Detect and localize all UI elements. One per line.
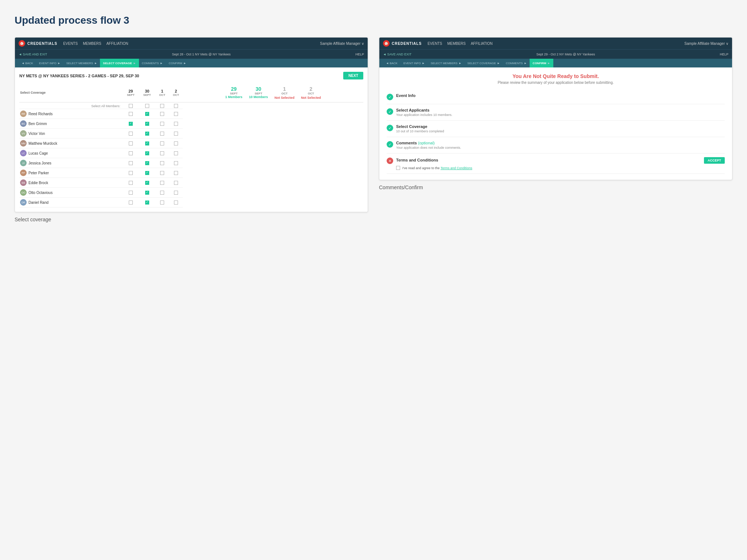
member-1-date-1-checkbox[interactable] xyxy=(145,122,149,126)
select-coverage-label: Select Coverage xyxy=(20,91,46,94)
member-name: Jessica Jones xyxy=(28,161,51,165)
member-name-cell: LC Lucas Cage xyxy=(20,150,122,156)
left-nav-members[interactable]: MEMBERS xyxy=(83,42,101,46)
left-nav-events[interactable]: EVENTS xyxy=(63,42,78,46)
select-all-30sep[interactable] xyxy=(145,104,149,108)
member-9-date-1-checkbox[interactable] xyxy=(145,201,149,205)
table-row: BG Ben Grimm xyxy=(19,119,363,129)
left-step-comments[interactable]: COMMENTS ► xyxy=(139,59,166,67)
left-step-event-info[interactable]: EVENT INFO ► xyxy=(36,59,63,67)
right-logo-text: CREDENTIALS xyxy=(392,42,422,46)
avatar: PP xyxy=(20,170,27,176)
member-3-date-2-checkbox[interactable] xyxy=(160,141,164,145)
member-3-date-1-checkbox[interactable] xyxy=(145,141,149,145)
select-all-label: Select All Members: xyxy=(19,102,123,109)
next-button[interactable]: NEXT xyxy=(343,72,363,79)
right-nav-events[interactable]: EVENTS xyxy=(427,42,442,46)
page-title: Updated process flow 3 xyxy=(15,15,732,26)
member-7-date-1-checkbox[interactable] xyxy=(145,181,149,185)
member-9-date-3-checkbox[interactable] xyxy=(174,201,178,205)
member-6-date-2-checkbox[interactable] xyxy=(160,171,164,175)
left-step-select-members[interactable]: SELECT MEMBERS ► xyxy=(63,59,100,67)
member-5-date-2-checkbox[interactable] xyxy=(160,161,164,165)
member-1-date-0-checkbox[interactable] xyxy=(129,122,133,126)
terms-checkbox[interactable] xyxy=(396,166,400,170)
member-4-date-0-checkbox[interactable] xyxy=(129,151,133,155)
review-icon-select-coverage: ✓ xyxy=(387,125,393,131)
member-0-date-2-checkbox[interactable] xyxy=(160,112,164,116)
member-8-date-3-checkbox[interactable] xyxy=(174,191,178,195)
right-logo-icon: ⚾ xyxy=(383,40,390,47)
member-3-date-0-checkbox[interactable] xyxy=(129,141,133,145)
member-7-date-3-checkbox[interactable] xyxy=(174,181,178,185)
member-2-date-0-checkbox[interactable] xyxy=(129,132,133,136)
member-7-date-2-checkbox[interactable] xyxy=(160,181,164,185)
right-save-exit[interactable]: ◄ SAVE AND EXIT xyxy=(383,52,411,56)
select-all-2oct[interactable] xyxy=(174,104,178,108)
select-all-29sep[interactable] xyxy=(129,104,133,108)
review-desc-select-coverage: 10 out of 10 members completed xyxy=(396,129,725,133)
right-nav-user[interactable]: Sample Affiliate Manager ∨ xyxy=(684,42,728,46)
right-step-back[interactable]: ◄ BACK xyxy=(383,59,400,67)
review-title-terms: Terms and Conditions xyxy=(396,158,438,162)
left-step-select-coverage[interactable]: SELECT COVERAGE ► xyxy=(100,59,139,67)
left-nav-user[interactable]: Sample Affiliate Manager ∨ xyxy=(320,42,364,46)
right-nav-affiliation[interactable]: AFFILIATION xyxy=(471,42,493,46)
select-all-1oct[interactable] xyxy=(160,104,164,108)
member-7-date-0-checkbox[interactable] xyxy=(129,181,133,185)
member-0-date-0-checkbox[interactable] xyxy=(129,112,133,116)
accept-button[interactable]: ACCEPT xyxy=(704,157,725,164)
member-1-date-2-checkbox[interactable] xyxy=(160,122,164,126)
left-logo-icon: ⚾ xyxy=(19,40,25,47)
member-5-date-0-checkbox[interactable] xyxy=(129,161,133,165)
member-0-date-1-checkbox[interactable] xyxy=(145,112,149,116)
right-chevron-1: ► xyxy=(422,62,425,65)
right-event-range: Sept 29 - Oct 2 NY Mets @ NY Yankees xyxy=(411,52,720,56)
member-2-date-3-checkbox[interactable] xyxy=(174,132,178,136)
right-caption: Comments/Confirm xyxy=(379,184,732,190)
right-step-select-members[interactable]: SELECT MEMBERS ► xyxy=(428,59,465,67)
member-2-date-2-checkbox[interactable] xyxy=(160,132,164,136)
table-row: RR Reed Richards xyxy=(19,109,363,119)
member-9-date-2-checkbox[interactable] xyxy=(160,201,164,205)
member-name-cell: OO Otto Octavious xyxy=(20,189,122,196)
member-8-date-0-checkbox[interactable] xyxy=(129,191,133,195)
right-chevron-4: ► xyxy=(524,62,527,65)
right-step-nav: ◄ BACK EVENT INFO ► SELECT MEMBERS ► SEL… xyxy=(379,59,732,67)
review-body-terms: Terms and Conditions ACCEPT I've read an… xyxy=(396,157,725,170)
right-logo: ⚾ CREDENTIALS xyxy=(383,40,422,47)
terms-link[interactable]: Terms and Conditions xyxy=(441,166,472,170)
screens-container: ⚾ CREDENTIALS EVENTS MEMBERS AFFILIATION… xyxy=(15,37,732,222)
member-9-date-0-checkbox[interactable] xyxy=(129,201,133,205)
member-0-date-3-checkbox[interactable] xyxy=(174,112,178,116)
right-chevron-3: ► xyxy=(497,62,500,65)
right-nav-members[interactable]: MEMBERS xyxy=(447,42,466,46)
member-6-date-1-checkbox[interactable] xyxy=(145,171,149,175)
right-step-event-info[interactable]: EVENT INFO ► xyxy=(400,59,428,67)
left-step-confirm[interactable]: CONFIRM ► xyxy=(166,59,189,67)
member-2-date-1-checkbox[interactable] xyxy=(145,132,149,136)
member-3-date-3-checkbox[interactable] xyxy=(174,141,178,145)
right-step-comments[interactable]: COMMENTS ► xyxy=(503,59,530,67)
avatar: LC xyxy=(20,150,27,156)
right-step-confirm[interactable]: CONFIRM ► xyxy=(530,59,553,67)
member-5-date-1-checkbox[interactable] xyxy=(145,161,149,165)
member-6-date-3-checkbox[interactable] xyxy=(174,171,178,175)
right-help[interactable]: HELP xyxy=(720,52,728,56)
member-4-date-3-checkbox[interactable] xyxy=(174,151,178,155)
member-4-date-2-checkbox[interactable] xyxy=(160,151,164,155)
left-help[interactable]: HELP xyxy=(355,52,364,56)
member-name-cell: JJ Jessica Jones xyxy=(20,160,122,166)
member-4-date-1-checkbox[interactable] xyxy=(145,151,149,155)
member-8-date-1-checkbox[interactable] xyxy=(145,191,149,195)
member-5-date-3-checkbox[interactable] xyxy=(174,161,178,165)
right-step-select-coverage[interactable]: SELECT COVERAGE ► xyxy=(464,59,503,67)
left-step-back[interactable]: ◄ BACK xyxy=(19,59,36,67)
member-6-date-0-checkbox[interactable] xyxy=(129,171,133,175)
summary-1oct: 1 OCT Not Selected xyxy=(273,85,296,101)
review-title-select-coverage: Select Coverage xyxy=(396,124,725,129)
left-save-exit[interactable]: ◄ SAVE AND EXIT xyxy=(19,52,47,56)
member-1-date-3-checkbox[interactable] xyxy=(174,122,178,126)
member-8-date-2-checkbox[interactable] xyxy=(160,191,164,195)
left-nav-affiliation[interactable]: AFFILIATION xyxy=(107,42,128,46)
